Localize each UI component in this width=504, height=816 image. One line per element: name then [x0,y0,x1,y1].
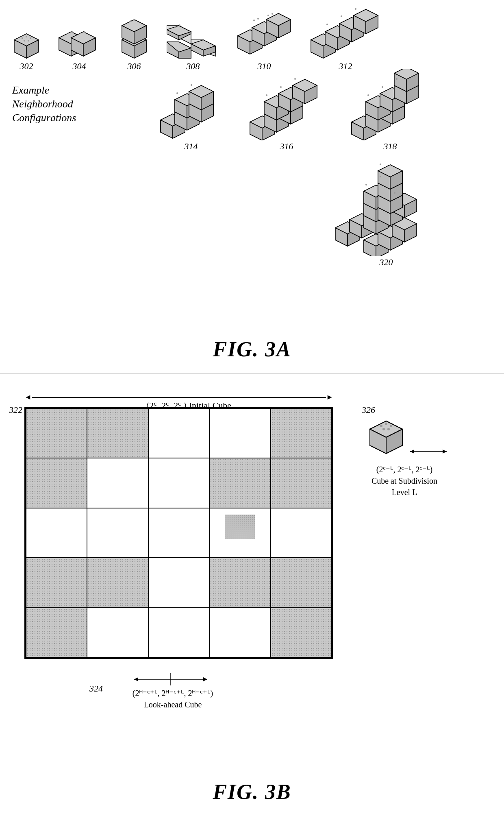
svg-point-126 [266,94,267,96]
cube-304: 304 [57,28,102,72]
lookahead-desc: (2ᴴ⁻ᶜ⁺ᴸ, 2ᴴ⁻ᶜ⁺ᴸ, 2ᴴ⁻ᶜ⁺ᴸ) Look-ahead Cube [114,687,232,710]
svg-point-227 [382,428,385,430]
cell-r5c4 [209,608,270,657]
fig3b-label: FIG. 3B [213,780,291,804]
svg-point-8 [28,40,29,41]
cell-r1c5 [271,408,332,458]
cube-318: 318 [350,69,431,152]
cell-r4c2 [87,558,148,607]
cube-row-1: 302 304 [12,7,382,72]
cell-r3c1 [26,508,87,558]
cube-314: 314 [159,75,224,152]
fig3a-section: 302 304 [0,0,504,374]
cell-r3c3 [148,508,209,558]
cube-320: 320 [333,159,439,268]
cell-r2c1 [26,458,87,508]
svg-point-213 [365,184,367,185]
svg-point-216 [394,192,395,194]
cube-row-3: 320 [333,159,439,268]
label-322: 322 [9,405,22,415]
svg-point-215 [380,164,381,165]
cell-r5c2 [87,608,148,657]
cell-r4c1 [26,558,87,607]
svg-point-214 [380,176,381,177]
cell-r1c1 [26,408,87,458]
cell-r4c5 [271,558,332,607]
cell-r5c3 [148,608,209,657]
cube-302-label: 302 [12,61,41,72]
svg-point-101 [191,84,192,86]
cube-304-label: 304 [57,61,102,72]
cell-r3c4 [209,508,270,558]
label-324: 324 [89,683,103,694]
cube-318-label: 318 [350,141,431,152]
svg-point-17 [67,33,69,34]
svg-point-158 [382,86,383,88]
cell-r2c3 [148,458,209,508]
svg-point-60 [272,13,273,15]
svg-point-44 [179,24,180,26]
cell-r5c5 [271,608,332,657]
cube-306-label: 306 [118,61,150,72]
grid-diagram [24,407,333,659]
cell-r1c2 [87,408,148,458]
cube-306: 306 [118,15,150,72]
svg-marker-218 [134,677,138,681]
svg-point-127 [280,86,282,88]
svg-marker-219 [203,677,207,681]
svg-point-157 [367,94,369,96]
svg-point-100 [176,92,178,94]
cell-r4c4 [209,558,270,607]
label-326: 326 [362,405,375,415]
cube-316: 316 [248,73,325,152]
svg-point-78 [341,15,342,17]
example-neighborhood-label: Example Neighborhood Configurations [12,83,110,124]
cube-316-label: 316 [248,141,325,152]
svg-point-226 [390,425,392,427]
cube-row-2: 314 [159,69,431,152]
cell-r5c1 [26,608,87,657]
svg-point-79 [355,8,356,10]
svg-point-19 [80,33,81,34]
cube-308: 308 [167,15,219,72]
svg-point-20 [84,31,85,33]
cell-r3c2 [87,508,148,558]
svg-point-59 [267,15,269,16]
cell-r3c5 [271,508,332,558]
cube-314-label: 314 [159,141,224,152]
cell-r1c3 [148,408,209,458]
cube-320-label: 320 [333,257,439,268]
cube-302: 302 [12,32,41,72]
grid-inner [26,408,332,657]
cell-r2c2 [87,458,148,508]
lookahead-arrow [126,671,215,689]
svg-point-4 [22,37,23,39]
svg-marker-231 [443,449,447,454]
svg-point-5 [26,36,27,37]
cell-r2c5 [271,458,332,508]
svg-point-43 [175,26,176,28]
svg-point-30 [133,19,135,21]
fig3a-label: FIG. 3A [213,337,291,361]
svg-point-29 [130,20,132,22]
svg-point-224 [380,425,382,427]
svg-point-228 [387,428,390,430]
svg-point-57 [253,20,255,21]
svg-point-58 [257,18,259,20]
cell-r4c3 [148,558,209,607]
svg-point-6 [30,37,31,39]
cell-r1c4 [209,408,270,458]
small-cube-326 [366,419,449,457]
cube-312: 312 [309,7,382,72]
fig3b-section: 322 (2ᶜ, 2ᶜ, 2ᶜ,) Initial Cube ◄ ► [0,374,504,816]
svg-point-128 [294,78,296,80]
svg-point-225 [385,423,387,425]
svg-point-159 [396,78,398,80]
svg-point-77 [326,24,328,25]
svg-point-7 [24,40,25,41]
initial-cube-arrow: (2ᶜ, 2ᶜ, 2ᶜ,) Initial Cube ◄ ► [24,392,333,401]
svg-point-18 [72,31,73,33]
cell-r2c4 [209,458,270,508]
cube-desc-326: (2ᶜ⁻ᴸ, 2ᶜ⁻ᴸ, 2ᶜ⁻ᴸ) Cube at Subdivision L… [348,464,461,498]
cube-310: 310 [236,11,293,72]
